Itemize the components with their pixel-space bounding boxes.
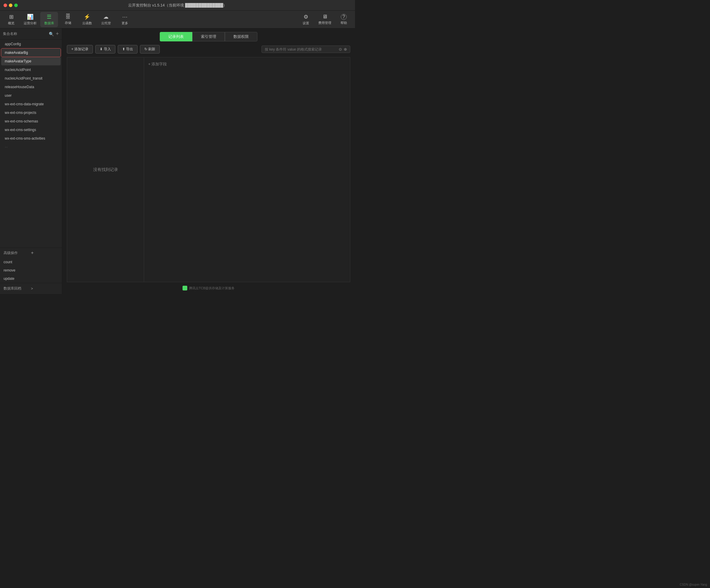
content-area: 记录列表 索引管理 数据权限 + 添加记录 ⬇ 导入 ⬆ 导出 ↻ 刷新 ⊙ ⊕ (62, 28, 355, 294)
functions-icon: ⚡ (84, 14, 90, 20)
sidebar-footer-label: 数据库回档 (3, 286, 31, 291)
toolbar-item-analytics[interactable]: 📊 运营分析 (21, 12, 39, 27)
maximize-button[interactable] (14, 4, 18, 7)
import-button[interactable]: ⬇ 导入 (95, 45, 115, 53)
toolbar-item-billing[interactable]: 🖥 费用管理 (316, 12, 334, 27)
add-field-panel: + 添加字段 (144, 57, 350, 282)
toolbar-right: ⚙ 设置 🖥 费用管理 ? 帮助 (297, 12, 353, 27)
advanced-section-title: 高级操作 (3, 250, 31, 255)
sidebar: 集合名称 🔍 + appConfig makeAvatarBg makeAvat… (0, 28, 62, 294)
billing-icon: 🖥 (322, 14, 328, 20)
no-records-panel: 没有找到记录 (67, 57, 144, 282)
window-title: 云开发控制台 v1.5.14（当前环境 ██████████████） (128, 3, 227, 8)
storage-label: 存储 (65, 21, 71, 25)
toolbar-item-hosting[interactable]: ☁ 云托管 (97, 12, 115, 27)
sidebar-header-title: 集合名称 (3, 31, 47, 36)
sidebar-item-nucleicAcidPoint[interactable]: nucleicAcidPoint (1, 66, 61, 74)
no-records-text: 没有找到记录 (93, 167, 118, 172)
add-field-button[interactable]: + 添加字段 (148, 62, 167, 67)
analytics-label: 运营分析 (24, 21, 37, 25)
export-label: ⬆ 导出 (122, 47, 133, 52)
search-icon[interactable]: 🔍 (49, 32, 54, 36)
add-record-button[interactable]: + 添加记录 (67, 45, 93, 53)
content-main: 没有找到记录 + 添加字段 (62, 57, 355, 282)
action-bar: + 添加记录 ⬇ 导入 ⬆ 导出 ↻ 刷新 ⊙ ⊕ (62, 42, 355, 57)
storage-icon: 🗄 (65, 14, 71, 20)
add-collection-icon[interactable]: + (55, 31, 59, 37)
sidebar-item-wx-ext-cms-settings[interactable]: wx-ext-cms-settings (1, 126, 61, 134)
sidebar-item-wx-ext-cms-projects[interactable]: wx-ext-cms-projects (1, 108, 61, 117)
database-label: 数据库 (44, 21, 54, 25)
add-field-label: + 添加字段 (148, 62, 167, 67)
sidebar-item-wx-ext-cms-sms-activities[interactable]: wx-ext-cms-sms-activities (1, 134, 61, 143)
tab-records[interactable]: 记录列表 (160, 32, 192, 42)
search-icon: ⊙ (339, 47, 342, 51)
sidebar-item-nucleicAcidPoint_transit[interactable]: nucleicAcidPoint_transit (1, 74, 61, 82)
minimize-button[interactable] (9, 4, 13, 7)
more-label: 更多 (122, 21, 128, 25)
sidebar-item-update[interactable]: update (0, 274, 62, 283)
advanced-section-header: 高级操作 + (0, 248, 62, 258)
toolbar-item-database[interactable]: ☰ 数据库 (40, 12, 58, 27)
titlebar: 云开发控制台 v1.5.14（当前环境 ██████████████） (0, 0, 355, 11)
billing-label: 费用管理 (318, 21, 331, 25)
chevron-right-icon: > (31, 287, 58, 291)
toolbar-item-overview[interactable]: ⊞ 概览 (2, 12, 20, 27)
search-input[interactable] (265, 47, 337, 51)
advanced-section: 高级操作 + count remove update (0, 248, 62, 283)
settings-icon: ⚙ (304, 14, 308, 20)
content-footer: 腾讯云TCB提供存储及计算服务 (62, 282, 355, 294)
window-controls (3, 4, 18, 7)
export-button[interactable]: ⬆ 导出 (118, 45, 138, 53)
refresh-button[interactable]: ↻ 刷新 (140, 45, 160, 53)
close-button[interactable] (3, 4, 7, 7)
hosting-label: 云托管 (101, 21, 111, 25)
refresh-label: ↻ 刷新 (144, 47, 155, 52)
functions-label: 云函数 (82, 21, 92, 25)
sidebar-list: appConfig makeAvatarBg makeAvatarType nu… (0, 40, 62, 248)
add-record-label: + 添加记录 (71, 47, 89, 52)
database-icon: ☰ (47, 14, 51, 20)
help-icon: ? (341, 14, 347, 20)
sidebar-item-makeAvatarType[interactable]: makeAvatarType (1, 57, 61, 65)
toolbar-item-settings[interactable]: ⚙ 设置 (297, 12, 315, 27)
more-icon: ⋯ (122, 14, 127, 20)
hosting-icon: ☁ (103, 14, 109, 20)
tab-permissions[interactable]: 数据权限 (225, 32, 257, 42)
tab-index[interactable]: 索引管理 (192, 32, 225, 42)
sidebar-item-wx-ext-cms-data-migrate[interactable]: wx-ext-cms-data-migrate (1, 100, 61, 108)
sidebar-footer-doc[interactable]: 数据库回档 > (0, 283, 62, 294)
import-label: ⬇ 导入 (100, 47, 111, 52)
search-expand-icon[interactable]: ⊕ (344, 47, 347, 51)
toolbar-item-more[interactable]: ⋯ 更多 (116, 12, 134, 27)
tab-bar: 记录列表 索引管理 数据权限 (62, 28, 355, 42)
analytics-icon: 📊 (27, 14, 33, 20)
toolbar-item-help[interactable]: ? 帮助 (335, 12, 353, 27)
sidebar-item-releaseHouseData[interactable]: releaseHouseData (1, 83, 61, 91)
sidebar-item-wx-ext-cms-schemas[interactable]: wx-ext-cms-schemas (1, 117, 61, 125)
overview-icon: ⊞ (9, 14, 14, 20)
sidebar-item-overflow[interactable]: ··· (1, 143, 61, 151)
help-label: 帮助 (340, 21, 347, 25)
toolbar-item-storage[interactable]: 🗄 存储 (59, 12, 77, 27)
search-box: ⊙ ⊕ (262, 46, 350, 53)
overview-label: 概览 (8, 21, 15, 25)
sidebar-item-user[interactable]: user (1, 91, 61, 100)
sidebar-item-remove[interactable]: remove (0, 266, 62, 274)
add-advanced-icon[interactable]: + (31, 250, 58, 255)
toolbar-item-functions[interactable]: ⚡ 云函数 (78, 12, 96, 27)
sidebar-item-appConfig[interactable]: appConfig (1, 40, 61, 48)
toolbar: ⊞ 概览 📊 运营分析 ☰ 数据库 🗄 存储 ⚡ 云函数 ☁ 云托管 ⋯ 更多 … (0, 11, 355, 28)
branding-text: 腾讯云TCB提供存储及计算服务 (189, 286, 235, 290)
main-layout: 集合名称 🔍 + appConfig makeAvatarBg makeAvat… (0, 28, 355, 294)
sidebar-item-makeAvatarBg[interactable]: makeAvatarBg (1, 49, 61, 57)
settings-label: 设置 (303, 21, 309, 25)
sidebar-item-count[interactable]: count (0, 258, 62, 266)
sidebar-header: 集合名称 🔍 + (0, 28, 62, 40)
branding-icon (183, 286, 187, 290)
